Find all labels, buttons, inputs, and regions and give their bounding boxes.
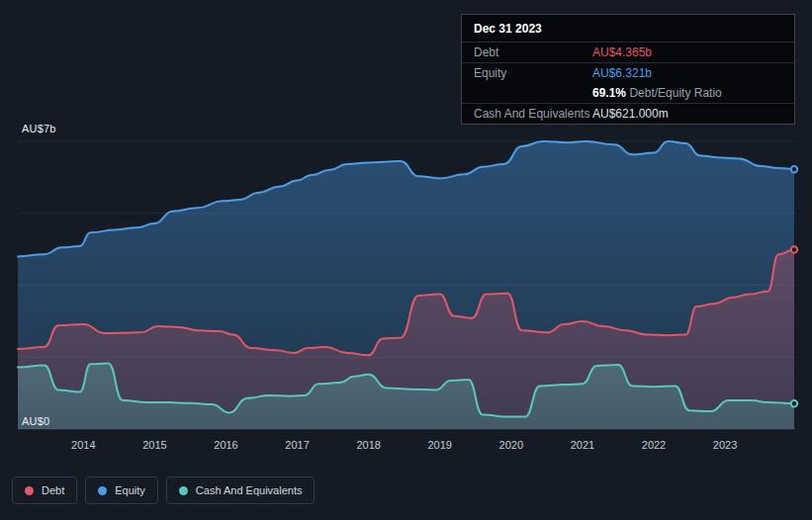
- tooltip-equity-value: AU$6.321b: [592, 66, 782, 80]
- x-axis-label: 2022: [642, 439, 666, 451]
- x-axis-label: 2020: [499, 439, 523, 451]
- tooltip-date: Dec 31 2023: [462, 15, 794, 43]
- tooltip-debt-value: AU$4.365b: [592, 45, 782, 59]
- x-axis-label: 2018: [356, 439, 380, 451]
- x-axis-label: 2015: [142, 439, 166, 451]
- chart-tooltip: Dec 31 2023 Debt AU$4.365b Equity AU$6.3…: [461, 14, 795, 125]
- debt-equity-ratio-percent: 69.1%: [592, 86, 626, 100]
- y-axis-label-max: AU$7b: [22, 123, 56, 134]
- tooltip-equity-row: Equity AU$6.321b: [462, 63, 794, 83]
- x-axis-label: 2021: [571, 439, 594, 451]
- legend-label-cash: Cash And Equivalents: [196, 484, 303, 496]
- x-axis-label: 2023: [713, 439, 737, 451]
- x-axis-label: 2016: [214, 439, 237, 451]
- tooltip-ratio-value: 69.1% Debt/Equity Ratio: [592, 86, 782, 100]
- legend-item-equity[interactable]: Equity: [85, 477, 158, 504]
- tooltip-cash-label: Cash And Equivalents: [474, 107, 592, 121]
- tooltip-cash-value: AU$621.000m: [592, 107, 782, 121]
- x-axis-label: 2019: [427, 439, 451, 451]
- legend-item-cash[interactable]: Cash And Equivalents: [166, 477, 316, 504]
- legend-label-debt: Debt: [42, 484, 64, 496]
- debt-equity-ratio-label: Debt/Equity Ratio: [629, 86, 721, 100]
- tooltip-ratio-row: 69.1% Debt/Equity Ratio: [462, 83, 794, 104]
- tooltip-equity-label: Equity: [474, 66, 592, 80]
- tooltip-cash-row: Cash And Equivalents AU$621.000m: [462, 104, 794, 124]
- y-axis-label-min: AU$0: [22, 415, 49, 427]
- tooltip-debt-row: Debt AU$4.365b: [462, 43, 794, 63]
- debt-equity-history-chart: AU$7b AU$0 20142015201620172018201920202…: [0, 0, 812, 520]
- debt-series-dot: [25, 486, 34, 495]
- equity-series-dot: [98, 486, 107, 495]
- tooltip-debt-label: Debt: [474, 45, 592, 59]
- chart-legend: Debt Equity Cash And Equivalents: [12, 477, 315, 504]
- x-axis-label: 2017: [285, 439, 309, 451]
- legend-item-debt[interactable]: Debt: [12, 477, 77, 504]
- x-axis-label: 2014: [71, 439, 95, 451]
- cash-series-dot: [179, 486, 188, 495]
- x-axis: 2014201520162017201820192020202120222023: [0, 439, 812, 455]
- legend-label-equity: Equity: [115, 484, 145, 496]
